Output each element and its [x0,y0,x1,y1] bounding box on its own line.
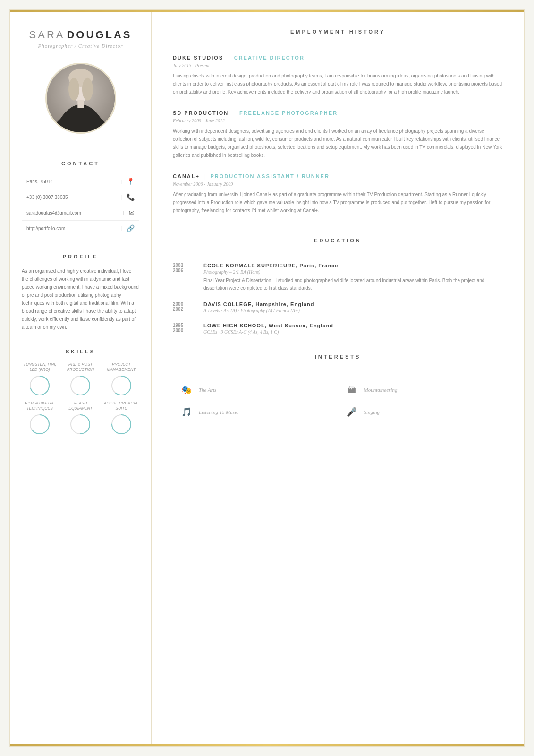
edu-degree: Photography – 2:1 BA (Hons) [203,269,503,275]
contact-address-text: Paris, 75014 [26,179,116,184]
edu-content: DAVIS COLLEGE, Hampshire, England A-Leve… [203,301,503,313]
interests-top-divider [173,344,503,344]
job-title-row: CANAL+ | PRODUCTION ASSISTANT / RUNNER [173,172,503,180]
last-name: DOUGLAS [67,29,132,41]
education-header: EDUCATION [173,238,503,243]
job-dates: November 2006 - January 2009 [173,181,503,187]
edu-years: 2000 2002 [173,301,194,313]
contact-list: Paris, 75014 | 📍 +33 (0) 3007 38035 | 📞 … [22,174,139,236]
skill-item: TUNGSTEN, HMI, LED (PRO) [22,362,58,396]
right-column: EMPLOYMENT HISTORY DUKE STUDIOS | CREATI… [152,10,524,746]
edu-row: 2002 2006 ÉCOLE NORMALE SUPERIEURE, Pari… [173,263,503,292]
skill-label: TUNGSTEN, HMI, LED (PRO) [22,362,58,372]
skill-label: FLASH EQUIPMENT [62,401,98,411]
job-block: DUKE STUDIOS | CREATIVE DIRECTOR July 20… [173,54,503,96]
edu-year-start: 2000 [173,301,194,307]
education-container: 2002 2006 ÉCOLE NORMALE SUPERIEURE, Pari… [173,263,503,335]
interest-item: 🎭The Arts [173,379,338,401]
divider-after-contact [22,245,139,245]
link-icon: 🔗 [127,224,135,232]
contact-title: CONTACT [61,161,100,166]
job-desc: Working with independent designers, adve… [173,127,503,159]
contact-divider-4: | [120,226,122,231]
contact-email-text: saradouglas4@gmail.com [26,210,118,215]
skill-item: ADOBE CREATIVE SUITE [103,401,139,435]
theater-icon: 🎭 [180,385,193,395]
contact-divider-3: | [123,210,124,215]
interest-label: Mountaineering [364,387,398,393]
resume-container: SARA DOUGLAS Photographer / Creative Dir… [9,9,525,747]
email-icon: ✉ [129,209,135,216]
education-top-divider [173,228,503,228]
interest-label: Listening To Music [199,409,238,415]
company-name: DUKE STUDIOS [173,55,223,60]
job-role: CREATIVE DIRECTOR [234,55,305,60]
edu-years: 1995 2000 [173,323,194,335]
employment-divider [173,44,503,44]
edu-row: 1995 2000 LOWE HIGH SCHOOL, West Sussex,… [173,323,503,335]
left-column: SARA DOUGLAS Photographer / Creative Dir… [10,10,152,746]
skill-circle [70,414,91,435]
pipe: | [228,54,229,61]
music-icon: 🎵 [180,407,193,417]
job-title-row: SD PRODUCTION | FREELANCE PHOTOGRAPHER [173,109,503,117]
contact-phone-text: +33 (0) 3007 38035 [26,195,116,200]
divider-after-photo [22,152,139,152]
skills-title: SKILLS [66,349,95,354]
edu-content: LOWE HIGH SCHOOL, West Sussex, England G… [203,323,503,335]
edu-year-end: 2002 [173,307,194,312]
skill-circle [29,414,50,435]
edu-year-end: 2000 [173,328,194,333]
edu-school: LOWE HIGH SCHOOL, West Sussex, England [203,323,503,328]
divider-after-profile [22,340,139,340]
skill-item: FLASH EQUIPMENT [62,401,98,435]
edu-year-start: 2002 [173,263,194,268]
interests-grid: 🎭The Arts🏔Mountaineering🎵Listening To Mu… [173,379,503,423]
edu-degree: GCSEs · 9 GCSEs A-C (4 As, 4 Bs, 1 C) [203,329,503,335]
skill-circle [111,414,132,435]
contact-email: saradouglas4@gmail.com | ✉ [22,205,139,221]
interest-label: Singing [364,409,380,415]
education-divider [173,253,503,253]
contact-website-text: http://portfolio.com [26,226,116,231]
interest-item: 🏔Mountaineering [338,379,503,401]
edu-degree: A-Levels · Art (A) / Photography (A) / F… [203,308,503,313]
location-icon: 📍 [127,178,135,185]
edu-block: 2002 2006 ÉCOLE NORMALE SUPERIEURE, Pari… [173,263,503,292]
edu-detail: Final Year Project & Dissertation - I st… [203,277,503,292]
contact-website: http://portfolio.com | 🔗 [22,221,139,236]
interest-item: 🎤Singing [338,401,503,423]
job-desc: After graduating from university I joine… [173,190,503,215]
edu-year-end: 2006 [173,268,194,273]
skill-item: PRE & POST PRODUCTION [62,362,98,396]
mountain-icon: 🏔 [345,385,358,395]
job-dates: July 2013 - Present [173,63,503,68]
job-title-row: DUKE STUDIOS | CREATIVE DIRECTOR [173,54,503,61]
skills-grid: TUNGSTEN, HMI, LED (PRO)PRE & POST PRODU… [22,362,139,435]
edu-years: 2002 2006 [173,263,194,292]
svg-point-4 [82,78,93,101]
contact-divider-2: | [120,195,122,200]
job-dates: February 2009 - June 2012 [173,118,503,123]
skill-item: PROJECT MANAGEMENT [103,362,139,396]
contact-divider: | [120,179,122,184]
profile-photo [45,63,116,134]
interests-header: INTERESTS [173,354,503,360]
contact-phone: +33 (0) 3007 38035 | 📞 [22,189,139,205]
contact-address: Paris, 75014 | 📍 [22,174,139,189]
company-name: SD PRODUCTION [173,110,229,116]
job-desc: Liaising closely with internal design, p… [173,72,503,96]
svg-point-3 [68,78,79,101]
interest-label: The Arts [199,387,216,393]
pipe: | [233,109,235,117]
skill-label: PROJECT MANAGEMENT [103,362,139,372]
svg-rect-5 [77,100,84,108]
edu-year-start: 1995 [173,323,194,328]
interests-divider [173,369,503,369]
phone-icon: 📞 [127,193,135,201]
employment-header: EMPLOYMENT HISTORY [173,29,503,34]
job-block: CANAL+ | PRODUCTION ASSISTANT / RUNNER N… [173,172,503,215]
skill-label: ADOBE CREATIVE SUITE [103,401,139,411]
edu-row: 2000 2002 DAVIS COLLEGE, Hampshire, Engl… [173,301,503,313]
edu-school: ÉCOLE NORMALE SUPERIEURE, Paris, France [203,263,503,268]
